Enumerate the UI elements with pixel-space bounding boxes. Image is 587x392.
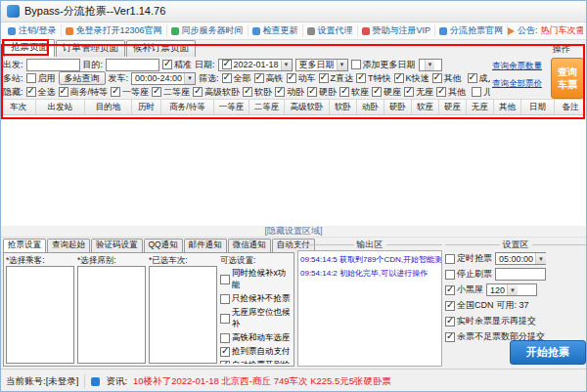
column-header[interactable]: 软卧 [330, 100, 357, 114]
passenger-listbox[interactable] [6, 266, 74, 364]
stop-refresh-checkbox[interactable]: 停止刷票 [445, 268, 492, 281]
seat-listbox[interactable] [77, 266, 146, 364]
column-header[interactable]: 软座 [412, 100, 439, 114]
stop-refresh-time-input[interactable] [495, 268, 546, 281]
tab-grab-settings[interactable]: 抢票设置 [3, 239, 46, 252]
toolbar-item-proxy-settings[interactable]: 设置代理 [303, 24, 358, 37]
realtime-remaining-checkbox[interactable]: 实时余票显示再提交 [445, 315, 536, 327]
column-header[interactable]: 高级软卧 [285, 100, 330, 114]
black-room-seconds-select[interactable]: 120▼ [486, 283, 537, 296]
option-auto-pay-checkbox[interactable]: 抢到票自动支付 [220, 346, 292, 358]
tab-email-notify[interactable]: 邮件通知 [184, 239, 227, 252]
column-header[interactable]: 动卧 [357, 100, 384, 114]
tab-order-management-page[interactable]: 订单管理页面 [56, 40, 125, 57]
hide-hard-sleeper-checkbox[interactable]: 硬卧 [307, 86, 337, 99]
tab-grab-ticket-page[interactable]: 抢票页面 [4, 39, 55, 57]
timed-grab-checkbox[interactable]: 定时抢票 [445, 252, 492, 265]
add-more-dates-checkbox[interactable]: 添加更多日期 [351, 59, 416, 71]
checkbox-icon [275, 87, 285, 97]
multi-station-query-button[interactable]: 多站查询 [59, 71, 106, 85]
toolbar-item-official-site[interactable]: 分流抢票官网 [435, 24, 508, 37]
multi-station-enable-checkbox[interactable]: 启用 [26, 72, 56, 85]
checkbox-icon [254, 73, 264, 83]
start-grab-button[interactable]: 开始抢票 [510, 340, 586, 365]
log-line: 09:54:14:2 初始化完毕,可以进行操作 [300, 267, 439, 281]
column-header[interactable]: 历时 [132, 100, 161, 114]
checkbox-icon [445, 254, 455, 264]
column-header[interactable]: 硬座 [439, 100, 467, 114]
child-checkbox[interactable]: 儿童 [472, 86, 490, 99]
toolbar-item-logout-login[interactable]: 注销/登录 [4, 24, 62, 37]
option-seat-selection-checkbox[interactable]: 高铁和动车选座 [220, 332, 292, 344]
depart-time-select[interactable]: 00:00-24:00 ▼ [131, 72, 196, 85]
column-header[interactable]: 出发站 [36, 100, 85, 114]
log-output[interactable]: 09:54:14:5 获取到789个CDN,开始智能测速中... 09:54:1… [297, 250, 442, 367]
option-waitlist-only-checkbox[interactable]: 只抢候补不抢票 [220, 293, 292, 305]
hide-soft-sleeper-checkbox[interactable]: 软卧 [243, 86, 272, 99]
toolbar-item-open-12306[interactable]: 免登录打开12306官网 [62, 24, 167, 37]
settings-panel: 设置区 定时抢票 05:00:00▼ 停止刷票 小黑屋 120▼ 全国CDN 可… [445, 239, 586, 367]
hide-motor-sleeper-checkbox[interactable]: 动卧 [275, 86, 304, 99]
hide-standing-checkbox[interactable]: 无座 [404, 86, 433, 99]
filter-other-checkbox[interactable]: 其他 [432, 72, 462, 85]
filter-z-direct-checkbox[interactable]: Z直达 [319, 72, 354, 85]
hide-first-class-checkbox[interactable]: 一等座 [111, 86, 149, 99]
column-header[interactable]: 二等座 [249, 100, 285, 114]
column-header[interactable]: 车次 [1, 100, 36, 114]
query-all-prices-link[interactable]: 查询全部票价 [492, 78, 548, 90]
option-auto-refresh-checkbox[interactable]: 自动抢票开刷抢 [220, 360, 292, 364]
tab-wechat-notify[interactable]: 微信通知 [228, 239, 271, 252]
tab-qq-notify[interactable]: QQ通知 [144, 239, 183, 252]
hide-second-class-checkbox[interactable]: 二等座 [152, 86, 190, 99]
chevron-down-icon: ▼ [535, 253, 546, 264]
filter-all-checkbox[interactable]: 全部 [222, 72, 251, 85]
column-header[interactable]: 日期 [521, 100, 555, 114]
timed-grab-time-select[interactable]: 05:00:00▼ [495, 252, 546, 265]
adult-checkbox[interactable]: 成人 [468, 72, 490, 85]
exact-match-checkbox[interactable]: 精准 [162, 59, 192, 71]
option-grab-waitlist-both-checkbox[interactable]: 同时抢候补x功能 [220, 268, 292, 291]
hide-other-checkbox[interactable]: 其他 [436, 86, 466, 99]
checkbox-icon [432, 73, 442, 83]
date-picker[interactable]: 2022-01-18 ▼ [218, 59, 293, 71]
tab-captcha-settings[interactable]: 验证码设置 [91, 239, 143, 252]
depart-station-input[interactable] [26, 59, 80, 71]
checkbox-icon [220, 347, 230, 357]
query-tickets-button[interactable]: 查询 车票 [551, 58, 584, 99]
filter-emu-checkbox[interactable]: 动车 [287, 72, 316, 85]
extra-date-select[interactable]: ▼ [419, 59, 442, 71]
hide-premium-soft-sleeper-checkbox[interactable]: 高级软卧 [193, 86, 240, 99]
column-header[interactable]: 其他 [494, 100, 521, 114]
option-noseat-waitlist-checkbox[interactable]: 无座席空位也候补 [220, 307, 292, 330]
query-remaining-tickets-link[interactable]: 查询余票数量 [492, 61, 548, 72]
hide-soft-seat-checkbox[interactable]: 软座 [339, 86, 369, 99]
filter-t-express-checkbox[interactable]: T特快 [356, 72, 391, 85]
toolbar-item-check-update[interactable]: 检查更新 [248, 24, 303, 37]
checkbox-icon [307, 87, 317, 97]
filter-highspeed-checkbox[interactable]: 高铁 [254, 72, 284, 85]
hide-all-checkbox[interactable]: 全选 [26, 86, 56, 99]
toolbar-item-sync-time[interactable]: 同步服务器时间 [167, 24, 248, 37]
column-header[interactable]: 目的地 [85, 100, 132, 114]
column-header[interactable]: 备注 [555, 100, 586, 114]
tab-waitlist-booking-page[interactable]: 候补订票页面 [126, 40, 196, 57]
column-header[interactable]: 一等座 [214, 100, 249, 114]
hide-hard-seat-checkbox[interactable]: 硬座 [372, 86, 401, 99]
tab-query-start[interactable]: 查询起始 [47, 239, 90, 252]
hide-business-checkbox[interactable]: 商务/特等 [59, 86, 109, 99]
app-window: Bypass-分流抢票--Ver1.14.76 注销/登录 免登录打开12306… [0, 0, 587, 392]
column-header[interactable]: 商务/特等 [161, 100, 214, 114]
filter-k-fast-checkbox[interactable]: K快速 [394, 72, 429, 85]
column-header[interactable]: 无座 [467, 100, 494, 114]
column-header[interactable]: 硬卧 [384, 100, 412, 114]
more-dates-select[interactable]: 更多日期 ▼ [295, 59, 348, 71]
toolbar-item-vip[interactable]: 赞助与注册VIP [358, 24, 436, 37]
hide-settings-area-toggle[interactable]: [隐藏设置区域] [1, 226, 586, 238]
selected-trains-listbox[interactable] [149, 266, 217, 364]
chevron-down-icon: ▼ [337, 60, 347, 70]
train-table-body[interactable] [1, 115, 586, 226]
user-icon [8, 27, 16, 35]
black-room-checkbox[interactable]: 小黑屋 [445, 283, 483, 296]
dest-station-input[interactable] [106, 59, 159, 71]
national-cdn-checkbox[interactable]: 全国CDN [445, 299, 494, 312]
